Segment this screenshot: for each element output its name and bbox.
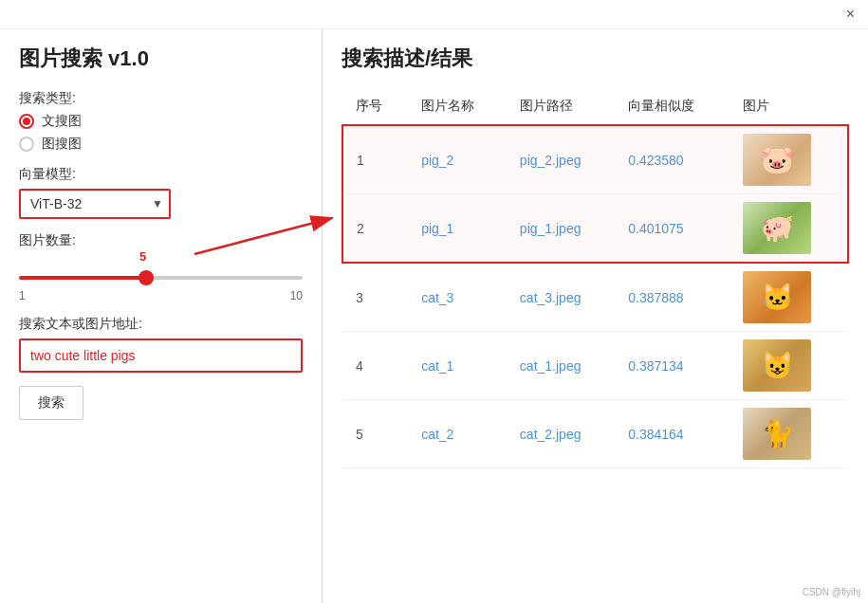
cell-image: 🐈	[729, 400, 848, 468]
cell-similarity: 0.387134	[615, 332, 729, 400]
cell-image: 🐖	[729, 194, 848, 264]
left-panel: 图片搜索 v1.0 搜索类型: 文搜图 图搜图 向量模型: Vi	[0, 29, 323, 603]
table-row: 2 pig_1 pig_1.jpeg 0.401075 🐖	[342, 194, 848, 264]
cell-path: pig_1.jpeg	[507, 194, 615, 264]
results-table: 序号 图片名称 图片路径 向量相似度 图片 1 pig_2 pig_2.jpeg…	[342, 88, 849, 468]
watermark: CSDN @flyihj	[803, 587, 860, 597]
slider-labels: 1 10	[19, 289, 303, 302]
cell-similarity: 0.401075	[615, 194, 729, 264]
search-type-label: 搜索类型:	[19, 90, 303, 107]
radio-circle-text	[19, 114, 34, 129]
thumbnail-image: 😺	[743, 339, 811, 392]
cell-similarity: 0.384164	[615, 400, 729, 468]
count-section: 图片数量: 5 1 10	[19, 232, 303, 302]
col-header-path: 图片路径	[507, 88, 615, 125]
query-label: 搜索文本或图片地址:	[19, 316, 303, 333]
cell-name: pig_1	[408, 194, 507, 264]
results-title: 搜索描述/结果	[342, 45, 849, 73]
col-header-name: 图片名称	[408, 88, 507, 125]
table-row: 4 cat_1 cat_1.jpeg 0.387134 😺	[342, 332, 848, 400]
thumbnail-image: 🐱	[743, 271, 811, 323]
search-type-section: 搜索类型: 文搜图 图搜图	[19, 90, 303, 153]
slider-min-label: 1	[19, 289, 26, 302]
cell-similarity: 0.423580	[615, 125, 729, 194]
cell-path: pig_2.jpeg	[507, 125, 615, 194]
main-container: 图片搜索 v1.0 搜索类型: 文搜图 图搜图 向量模型: Vi	[0, 29, 868, 603]
table-body: 1 pig_2 pig_2.jpeg 0.423580 🐷 2 pig_1 pi…	[342, 125, 848, 468]
col-header-image: 图片	[729, 88, 848, 125]
table-row: 5 cat_2 cat_2.jpeg 0.384164 🐈	[342, 400, 848, 468]
count-slider[interactable]	[19, 276, 303, 280]
query-input[interactable]	[19, 338, 303, 373]
cell-name: cat_2	[408, 400, 507, 468]
radio-group: 文搜图 图搜图	[19, 113, 303, 153]
cell-id: 5	[342, 400, 408, 468]
cell-name: cat_3	[408, 263, 507, 332]
cell-id: 4	[342, 332, 408, 400]
thumbnail-image: 🐖	[743, 202, 811, 254]
radio-circle-image	[19, 137, 34, 152]
slider-track: 5	[19, 266, 303, 283]
cell-name: pig_2	[408, 125, 507, 194]
thumbnail-image: 🐈	[743, 408, 811, 460]
col-header-similarity: 向量相似度	[615, 88, 729, 125]
radio-label-image: 图搜图	[42, 136, 82, 153]
search-button[interactable]: 搜索	[19, 386, 83, 420]
col-header-id: 序号	[342, 88, 408, 125]
close-button[interactable]: ×	[840, 4, 860, 25]
cell-id: 2	[342, 194, 408, 264]
table-row: 1 pig_2 pig_2.jpeg 0.423580 🐷	[342, 125, 848, 194]
slider-max-label: 10	[290, 289, 303, 302]
title-bar: ×	[0, 0, 868, 29]
cell-similarity: 0.387888	[615, 263, 729, 332]
cell-id: 1	[342, 125, 408, 194]
count-label: 图片数量:	[19, 232, 303, 249]
table-header-row: 序号 图片名称 图片路径 向量相似度 图片	[342, 88, 848, 125]
right-panel: 搜索描述/结果 序号 图片名称 图片路径 向量相似度 图片 1 pig_2 pi…	[323, 29, 868, 603]
cell-image: 🐷	[729, 125, 848, 194]
slider-value: 5	[139, 249, 146, 264]
radio-image-search[interactable]: 图搜图	[19, 136, 303, 153]
table-row: 3 cat_3 cat_3.jpeg 0.387888 🐱	[342, 263, 848, 332]
query-section: 搜索文本或图片地址:	[19, 316, 303, 373]
model-select-wrapper: ViT-B-32 ViT-L-14 RN50 ▼	[19, 189, 171, 219]
model-label: 向量模型:	[19, 166, 303, 183]
model-section: 向量模型: ViT-B-32 ViT-L-14 RN50 ▼	[19, 166, 303, 219]
cell-id: 3	[342, 263, 408, 332]
radio-text-search[interactable]: 文搜图	[19, 113, 303, 130]
cell-path: cat_1.jpeg	[507, 332, 615, 400]
thumbnail-image: 🐷	[743, 134, 811, 186]
app-title: 图片搜索 v1.0	[19, 45, 303, 73]
model-select[interactable]: ViT-B-32 ViT-L-14 RN50	[19, 189, 171, 219]
cell-image: 🐱	[729, 263, 848, 332]
cell-name: cat_1	[408, 332, 507, 400]
radio-label-text: 文搜图	[42, 113, 82, 130]
table-header: 序号 图片名称 图片路径 向量相似度 图片	[342, 88, 848, 125]
cell-path: cat_3.jpeg	[507, 263, 615, 332]
cell-image: 😺	[729, 332, 848, 400]
cell-path: cat_2.jpeg	[507, 400, 615, 468]
